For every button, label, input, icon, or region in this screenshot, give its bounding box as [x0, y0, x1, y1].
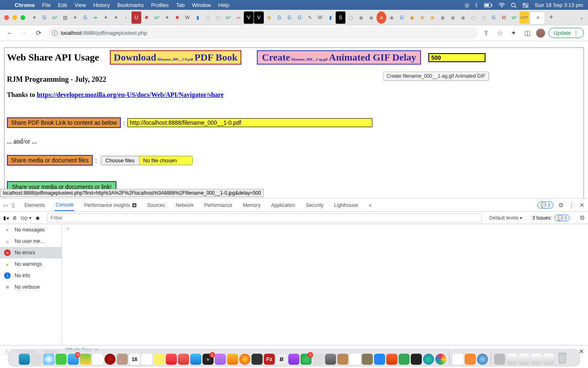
- tab-item[interactable]: ➠: [91, 11, 100, 24]
- dock-safari-icon[interactable]: [43, 354, 54, 365]
- devtools-settings-icon[interactable]: ⚙: [558, 202, 564, 209]
- tab-application[interactable]: Application: [270, 200, 296, 211]
- tab-security[interactable]: Security: [305, 200, 324, 211]
- tab-item[interactable]: ✶: [29, 11, 39, 24]
- dock-notes-icon[interactable]: [154, 354, 165, 365]
- device-mode-icon[interactable]: ▯: [12, 202, 15, 208]
- tab-item[interactable]: ◌: [213, 11, 223, 24]
- tab-item[interactable]: G: [274, 11, 284, 24]
- tab-lighthouse[interactable]: Lighthouse: [333, 200, 359, 211]
- window-close-icon[interactable]: [4, 15, 9, 20]
- tab-item[interactable]: W: [183, 11, 192, 24]
- tab-item[interactable]: ◌: [346, 11, 356, 24]
- dock-folder-icon[interactable]: [543, 354, 554, 365]
- context-select[interactable]: top ▾: [21, 215, 31, 221]
- download-pdf-button[interactable]: Download filename_000__1-0.pdf PDF Book: [110, 50, 242, 65]
- tab-item[interactable]: ✎: [305, 11, 315, 24]
- tab-item[interactable]: ✺: [142, 11, 151, 24]
- battery-icon[interactable]: [484, 2, 493, 8]
- tab-item[interactable]: ▫: [121, 11, 131, 24]
- dock-folder-icon[interactable]: [531, 354, 542, 365]
- tab-item[interactable]: ≣: [428, 11, 437, 24]
- dock-app-icon[interactable]: [477, 354, 488, 365]
- search-icon[interactable]: [511, 2, 517, 8]
- tab-item[interactable]: ◌: [468, 11, 478, 24]
- tab-item[interactable]: ≣: [417, 11, 427, 24]
- tab-item[interactable]: ◉: [438, 11, 448, 24]
- thanks-link[interactable]: https://developer.mozilla.org/en-US/docs…: [37, 91, 224, 98]
- bookmark-star-icon[interactable]: ☆: [494, 27, 505, 38]
- control-center-icon[interactable]: [522, 2, 529, 8]
- sidebar-item-info[interactable]: iNo info: [0, 270, 62, 281]
- dock-opera-icon[interactable]: [105, 354, 116, 365]
- tab-item[interactable]: ✶: [101, 11, 111, 24]
- dock-app-icon[interactable]: [350, 354, 361, 365]
- tab-item[interactable]: W: [315, 11, 325, 24]
- dock-chrome-icon[interactable]: [435, 354, 446, 365]
- tab-item[interactable]: ◉: [366, 11, 376, 24]
- tabs-more-icon[interactable]: »: [368, 200, 372, 211]
- dock-app-icon[interactable]: [313, 354, 324, 365]
- screenrecord-icon[interactable]: ◎: [465, 2, 469, 8]
- share-media-button[interactable]: Share media or document files: [7, 155, 93, 166]
- tab-memory[interactable]: Memory: [242, 200, 261, 211]
- tab-item[interactable]: w³: [50, 11, 60, 24]
- forward-button[interactable]: →: [19, 28, 30, 38]
- tab-item[interactable]: G: [285, 11, 294, 24]
- bluetooth-icon[interactable]: ᛒ: [475, 2, 478, 8]
- delay-input[interactable]: [428, 53, 486, 62]
- tab-item[interactable]: ◉: [356, 11, 366, 24]
- tab-item[interactable]: w³: [509, 11, 519, 24]
- devtools-close-icon[interactable]: ✕: [579, 202, 585, 209]
- profile-avatar-icon[interactable]: [536, 29, 545, 38]
- tab-item[interactable]: ✶: [111, 11, 121, 24]
- sidebar-item-messages[interactable]: ≡No messages: [0, 224, 62, 236]
- dock-maps-icon[interactable]: [80, 354, 91, 365]
- tab-item[interactable]: ◉: [387, 11, 396, 24]
- dock-music-icon[interactable]: [166, 354, 177, 365]
- console-filter-input[interactable]: [47, 213, 482, 222]
- dock-gimp-icon[interactable]: [362, 354, 373, 365]
- inspect-icon[interactable]: ▭: [3, 202, 8, 208]
- tab-item[interactable]: ▤: [60, 11, 70, 24]
- tab-item[interactable]: V: [254, 11, 264, 24]
- tab-console[interactable]: Console: [55, 200, 74, 211]
- live-expression-icon[interactable]: ◉: [36, 215, 40, 221]
- window-minimize-icon[interactable]: [12, 15, 17, 20]
- dock-app-icon[interactable]: [325, 354, 336, 365]
- menu-profiles[interactable]: Profiles: [151, 2, 169, 8]
- levels-select[interactable]: Default levels ▾: [489, 215, 522, 221]
- dock-zoom-icon[interactable]: [374, 354, 385, 365]
- dock-app-icon[interactable]: [399, 354, 410, 365]
- tab-sources[interactable]: Sources: [146, 200, 166, 211]
- tab-item[interactable]: ✶: [162, 11, 172, 24]
- reload-button[interactable]: ⟳: [33, 27, 44, 38]
- tab-item[interactable]: M: [499, 11, 509, 24]
- tab-item[interactable]: G: [397, 11, 407, 24]
- tab-item[interactable]: G: [489, 11, 499, 24]
- tab-item[interactable]: ◌: [479, 11, 488, 24]
- dock-folder-icon[interactable]: [519, 354, 530, 365]
- dock-app-icon[interactable]: [227, 354, 238, 365]
- tab-item[interactable]: ≣: [264, 11, 274, 24]
- dock-photos-icon[interactable]: [92, 354, 103, 365]
- menu-history[interactable]: History: [93, 2, 109, 8]
- menu-window[interactable]: Window: [192, 2, 211, 8]
- dock-folder-icon[interactable]: [506, 354, 517, 365]
- dock-app-icon[interactable]: B: [276, 354, 287, 365]
- sidebar-toggle-icon[interactable]: ▮◂: [3, 215, 9, 221]
- tab-item[interactable]: G: [40, 11, 49, 24]
- back-button[interactable]: ←: [4, 28, 16, 38]
- menu-file[interactable]: File: [42, 2, 51, 8]
- dock-launchpad-icon[interactable]: [31, 354, 42, 365]
- tab-active[interactable]: ✕: [530, 11, 545, 24]
- dock-books-icon[interactable]: [465, 354, 476, 365]
- choose-files-button[interactable]: Choose files: [101, 156, 139, 165]
- tab-item[interactable]: w³: [152, 11, 162, 24]
- dock-calendar-icon[interactable]: 18: [129, 354, 140, 365]
- menu-help[interactable]: Help: [218, 2, 229, 8]
- sidebar-item-errors[interactable]: ✕No errors: [0, 247, 62, 258]
- tab-item[interactable]: ◉: [448, 11, 458, 24]
- dock-trash-icon[interactable]: [555, 350, 569, 365]
- tab-item[interactable]: G: [295, 11, 305, 24]
